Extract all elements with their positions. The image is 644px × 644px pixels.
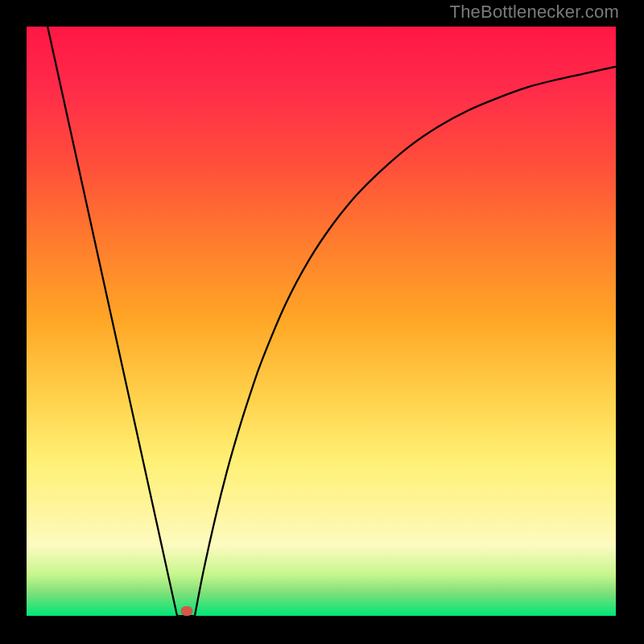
watermark-text: TheBottlenecker.com	[450, 2, 619, 23]
bottleneck-curve	[47, 27, 616, 616]
curve-svg	[27, 27, 616, 616]
optimal-point-marker	[181, 606, 193, 616]
chart-frame: TheBottlenecker.com	[0, 0, 644, 644]
plot-area	[27, 27, 616, 616]
